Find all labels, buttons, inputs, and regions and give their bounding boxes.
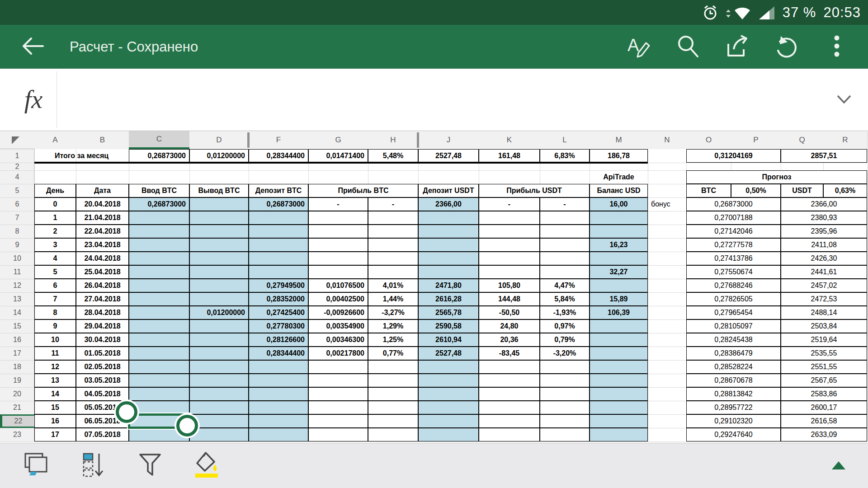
cell-L18[interactable]	[540, 360, 590, 374]
cell-C8[interactable]	[129, 225, 189, 238]
cell-A20[interactable]: 14	[34, 387, 76, 401]
cell-B6[interactable]: 20.04.2018	[76, 197, 129, 211]
cell-B8[interactable]: 22.04.2018	[76, 225, 129, 238]
cell-B13[interactable]: 27.04.2018	[76, 292, 129, 306]
cell-L23[interactable]	[540, 428, 590, 441]
cell-R5[interactable]: 0,63%	[823, 184, 867, 197]
cell-J1[interactable]: 2527,48	[418, 149, 479, 163]
cell-F9[interactable]	[249, 238, 308, 252]
cell-M10[interactable]	[590, 252, 648, 265]
cell-D22[interactable]	[189, 414, 249, 428]
cell-G21[interactable]	[308, 401, 368, 414]
cell-K5[interactable]: Прибыль USDT	[479, 184, 590, 197]
cell-O18[interactable]: 0,28528224	[686, 360, 781, 374]
cell-D7[interactable]	[189, 211, 249, 225]
cell-Q17[interactable]: 2535,55	[781, 347, 867, 360]
cell-G7[interactable]	[308, 211, 368, 225]
row-header-4[interactable]: 4	[0, 170, 34, 184]
row-header-10[interactable]: 10	[0, 252, 34, 265]
row-header-2[interactable]: 2	[0, 163, 34, 170]
cell-O6[interactable]: 0,26873000	[686, 197, 781, 211]
cell-A6[interactable]: 0	[34, 197, 76, 211]
cell-J20[interactable]	[418, 387, 479, 401]
cell-G22[interactable]	[308, 414, 368, 428]
cell-F17[interactable]: 0,28344400	[249, 347, 308, 360]
cell-M19[interactable]	[590, 374, 648, 387]
cell-D13[interactable]	[189, 292, 249, 306]
cell-J12[interactable]: 2471,80	[418, 279, 479, 292]
cell-L11[interactable]	[540, 265, 590, 279]
cell-O22[interactable]: 0,29102320	[686, 414, 781, 428]
cell-M6[interactable]: 16,00	[590, 197, 648, 211]
cell-Q14[interactable]: 2488,14	[781, 306, 867, 319]
cell-L7[interactable]	[540, 211, 590, 225]
search-button[interactable]	[673, 32, 703, 62]
cell-L13[interactable]: 5,84%	[540, 292, 590, 306]
cell-M9[interactable]: 16,23	[590, 238, 648, 252]
cell-M5[interactable]: Баланс USD	[590, 184, 648, 197]
cell-A1[interactable]: Итого за месяц	[34, 149, 129, 163]
cell-H11[interactable]	[368, 265, 418, 279]
cell-Q18[interactable]: 2551,55	[781, 360, 867, 374]
cell-M1[interactable]: 186,78	[590, 149, 648, 163]
cell-B15[interactable]: 29.04.2018	[76, 319, 129, 333]
cell-K13[interactable]: 144,48	[479, 292, 540, 306]
cell-D5[interactable]: Вывод BTC	[189, 184, 249, 197]
column-header-F[interactable]: F	[249, 131, 308, 149]
cell-L20[interactable]	[540, 387, 590, 401]
cell-G15[interactable]: 0,00354900	[308, 319, 368, 333]
cell-F21[interactable]	[249, 401, 308, 414]
cell-H12[interactable]: 4,01%	[368, 279, 418, 292]
cell-O15[interactable]: 0,28105097	[686, 319, 781, 333]
cell-G16[interactable]: 0,00346300	[308, 333, 368, 347]
cell-D1[interactable]: 0,01200000	[189, 149, 249, 163]
column-header-D[interactable]: D	[189, 131, 249, 149]
cell-A14[interactable]: 8	[34, 306, 76, 319]
cell-C19[interactable]	[129, 374, 189, 387]
cell-D15[interactable]	[189, 319, 249, 333]
cell-G14[interactable]: -0,00926600	[308, 306, 368, 319]
column-header-Q[interactable]: Q	[781, 131, 823, 149]
cell-F16[interactable]: 0,28126600	[249, 333, 308, 347]
cell-K16[interactable]: 20,36	[479, 333, 540, 347]
cell-F8[interactable]	[249, 225, 308, 238]
cell-D10[interactable]	[189, 252, 249, 265]
cell-K9[interactable]	[479, 238, 540, 252]
column-header-R[interactable]: R	[823, 131, 867, 149]
cell-F23[interactable]	[249, 428, 308, 441]
cell-O12[interactable]: 0,27688246	[686, 279, 781, 292]
cell-J13[interactable]: 2616,28	[418, 292, 479, 306]
cell-L15[interactable]: 0,97%	[540, 319, 590, 333]
column-header-G[interactable]: G	[308, 131, 368, 149]
cell-G20[interactable]	[308, 387, 368, 401]
cell-A11[interactable]: 5	[34, 265, 76, 279]
cell-Q21[interactable]: 2600,17	[781, 401, 867, 414]
cell-M8[interactable]	[590, 225, 648, 238]
cell-M7[interactable]	[590, 211, 648, 225]
cell-M14[interactable]: 106,39	[590, 306, 648, 319]
spreadsheet-grid[interactable]: ABCDFGHJKLMNOPQR124567891011121314151617…	[0, 131, 868, 443]
cell-A10[interactable]: 4	[34, 252, 76, 265]
cell-G12[interactable]: 0,01076500	[308, 279, 368, 292]
cell-F13[interactable]: 0,28352000	[249, 292, 308, 306]
cell-J7[interactable]	[418, 211, 479, 225]
row-header-5[interactable]: 5	[0, 184, 34, 197]
cell-Q23[interactable]: 2633,09	[781, 428, 867, 441]
select-all-corner[interactable]	[12, 136, 19, 144]
cell-K10[interactable]	[479, 252, 540, 265]
cell-C11[interactable]	[129, 265, 189, 279]
cell-G8[interactable]	[308, 225, 368, 238]
cell-A17[interactable]: 11	[34, 347, 76, 360]
cell-J22[interactable]	[418, 414, 479, 428]
cell-O9[interactable]: 0,27277578	[686, 238, 781, 252]
cell-F10[interactable]	[249, 252, 308, 265]
cell-J11[interactable]	[418, 265, 479, 279]
cell-D21[interactable]	[189, 401, 249, 414]
row-header-21[interactable]: 21	[0, 401, 34, 414]
cell-C6[interactable]: 0,26873000	[129, 197, 189, 211]
row-header-11[interactable]: 11	[0, 265, 34, 279]
cell-B9[interactable]: 23.04.2018	[76, 238, 129, 252]
cell-B14[interactable]: 28.04.2018	[76, 306, 129, 319]
cell-G18[interactable]	[308, 360, 368, 374]
cell-Q9[interactable]: 2411,08	[781, 238, 867, 252]
